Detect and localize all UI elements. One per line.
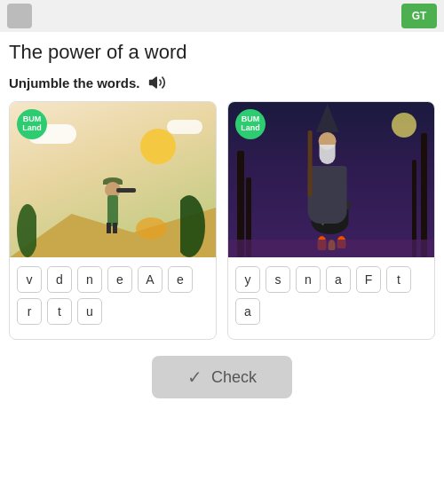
page-title: The power of a word [0, 32, 444, 67]
card-2: BUM Land y s n a F t a [227, 101, 435, 340]
sound-icon[interactable] [147, 73, 167, 92]
card-1-image: BUM Land [10, 102, 216, 257]
explorer-body [107, 195, 118, 226]
letter-tile[interactable]: t [47, 298, 72, 325]
svg-marker-0 [149, 77, 156, 88]
letter-tile[interactable]: t [386, 266, 411, 293]
check-button-label: Check [211, 368, 257, 387]
wizard-staff [308, 130, 313, 197]
orange-decoration [136, 217, 167, 240]
check-button[interactable]: ✓ Check [152, 356, 292, 398]
card-2-row-2: a [235, 298, 427, 325]
ground [228, 240, 434, 257]
moon-decoration [392, 113, 416, 138]
tree3 [421, 133, 427, 257]
letter-tile[interactable]: r [17, 298, 42, 325]
card-1-row-2: r t u [17, 298, 209, 325]
letter-tile[interactable]: e [107, 266, 132, 293]
back-button[interactable] [7, 4, 32, 28]
cards-container: BUM Land v d n e A e r t u [0, 101, 444, 340]
wizard-robe [308, 166, 347, 224]
card-2-row-1: y s n a F t [235, 266, 427, 293]
instruction-label: Unjumble the words. [9, 75, 140, 91]
letter-tile[interactable]: a [326, 266, 351, 293]
card-2-letters: y s n a F t a [228, 257, 434, 339]
letter-tile[interactable]: e [168, 266, 193, 293]
check-icon: ✓ [187, 366, 202, 388]
letter-tile[interactable]: F [356, 266, 381, 293]
check-btn-row: ✓ Check [0, 340, 444, 413]
letter-tile[interactable]: n [296, 266, 321, 293]
letter-tile[interactable]: A [138, 266, 163, 293]
instruction-row: Unjumble the words. [0, 67, 444, 101]
letter-tile[interactable]: d [47, 266, 72, 293]
letter-tile[interactable]: y [235, 266, 260, 293]
leaf1-decoration [10, 204, 36, 257]
card-2-image: BUM Land [228, 102, 434, 257]
card-1: BUM Land v d n e A e r t u [9, 101, 217, 340]
cloud2-decoration [167, 120, 202, 134]
letter-tile[interactable]: a [235, 298, 260, 325]
user-avatar: GT [401, 4, 437, 28]
bum-badge-2: BUM Land [235, 109, 266, 139]
explorer-leg2 [113, 223, 117, 233]
wizard-beard [320, 145, 336, 164]
explorer-figure [100, 164, 125, 226]
letter-tile[interactable]: u [77, 298, 102, 325]
card-1-letters: v d n e A e r t u [10, 257, 216, 339]
top-bar: GT [0, 0, 444, 32]
card-1-row-1: v d n e A e [17, 266, 209, 293]
letter-tile[interactable]: s [266, 266, 290, 293]
wizard-figure [308, 104, 347, 224]
explorer-leg1 [107, 223, 111, 233]
wizard-hat [316, 104, 339, 132]
explorer-scope [116, 188, 136, 193]
bum-badge-1: BUM Land [17, 109, 47, 139]
letter-tile[interactable]: v [17, 266, 42, 293]
letter-tile[interactable]: n [77, 266, 102, 293]
sun-decoration [140, 129, 176, 164]
